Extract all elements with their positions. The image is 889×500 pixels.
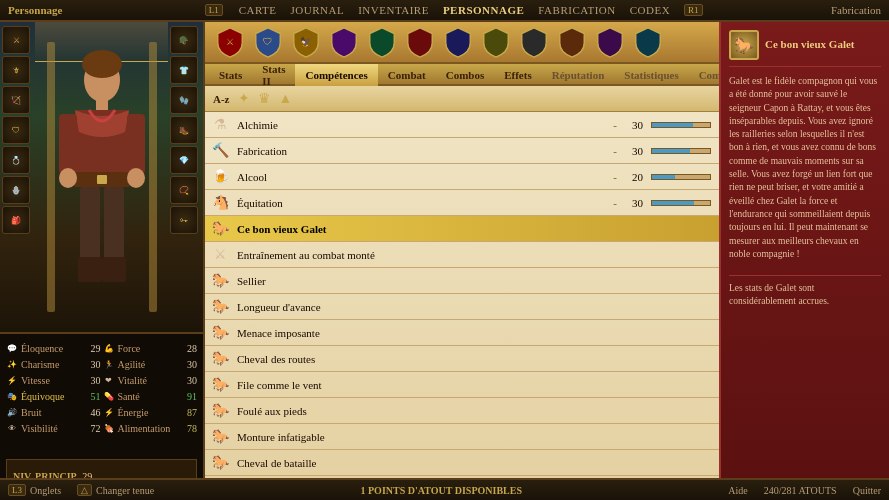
item-slot[interactable]: 👕 [170, 56, 198, 84]
item-slot[interactable]: 🗝 [170, 206, 198, 234]
skill-dash-0: - [613, 119, 617, 131]
tab-combos[interactable]: Combos [436, 64, 495, 86]
detail-icon: 🐎 [729, 30, 759, 60]
stat-bruit-value: 46 [81, 407, 101, 418]
shield-item-5[interactable] [365, 25, 399, 59]
shield-item-12[interactable] [631, 25, 665, 59]
tab-stats[interactable]: Stats [209, 64, 252, 86]
filter-icon-arrow[interactable]: ▲ [279, 91, 293, 107]
skill-row-1[interactable]: 🔨Fabrication-30 [205, 138, 719, 164]
shield-item-3[interactable]: 🦅 [289, 25, 323, 59]
svg-rect-9 [78, 257, 102, 282]
tab-combat[interactable]: Combat [378, 64, 436, 86]
stat-vitesse-label: Vitesse [21, 375, 78, 386]
shield-item-7[interactable] [441, 25, 475, 59]
skill-icon-13: 🐎 [209, 452, 231, 474]
stat-charisme-label: Charisme [21, 359, 78, 370]
svg-rect-8 [104, 187, 124, 267]
nav-item-journal[interactable]: JOURNAL [291, 4, 345, 16]
stat-equivoque-icon: 🎭 [6, 390, 18, 402]
shield-item-2[interactable]: 🛡 [251, 25, 285, 59]
item-slot[interactable]: 📿 [170, 176, 198, 204]
bottom-btn-tenue[interactable]: △ Changer tenue [77, 484, 154, 496]
skill-row-9[interactable]: 🐎Cheval des routes [205, 346, 719, 372]
shield-item-4[interactable] [327, 25, 361, 59]
item-slot[interactable]: 🥾 [170, 116, 198, 144]
tab-stats-2[interactable]: Stats II [252, 64, 295, 86]
stat-bruit: 🔊 Bruit 46 [6, 404, 101, 420]
stat-agilite-icon: 🏃 [103, 358, 115, 370]
shield-item-6[interactable] [403, 25, 437, 59]
skill-row-11[interactable]: 🐎Foulé aux pieds [205, 398, 719, 424]
skill-name-12: Monture infatigable [237, 431, 711, 443]
detail-header: 🐎 Ce bon vieux Galet [729, 30, 881, 67]
nav-item-personnage[interactable]: PERSONNAGE [443, 4, 524, 16]
skill-row-7[interactable]: 🐎Longueur d'avance [205, 294, 719, 320]
svg-text:⚔: ⚔ [226, 37, 234, 47]
svg-rect-7 [80, 187, 100, 267]
skill-row-2[interactable]: 🍺Alcool-20 [205, 164, 719, 190]
nav-item-carte[interactable]: CARTE [239, 4, 277, 16]
nav-item-fabrication[interactable]: FABRICATION [538, 4, 615, 16]
skill-icon-11: 🐎 [209, 400, 231, 422]
skill-name-13: Cheval de bataille [237, 457, 711, 469]
skill-row-5[interactable]: ⚔Entraînement au combat monté [205, 242, 719, 268]
filter-icon-crown[interactable]: ♛ [258, 90, 271, 107]
skill-name-10: File comme le vent [237, 379, 711, 391]
tab-effets[interactable]: Effets [494, 64, 542, 86]
tab-competences[interactable]: Compétences [295, 64, 377, 86]
filter-icon-star[interactable]: ✦ [238, 90, 250, 107]
skill-icon-9: 🐎 [209, 348, 231, 370]
skill-bar-1 [652, 149, 690, 153]
tab-statistiques[interactable]: Statistiques [614, 64, 688, 86]
skill-bar-container-1 [651, 148, 711, 154]
skill-name-8: Menace imposante [237, 327, 711, 339]
skill-name-3: Équitation [237, 197, 613, 209]
skill-row-8[interactable]: 🐎Menace imposante [205, 320, 719, 346]
nav-right-label: Fabrication [831, 4, 881, 16]
bottom-btn-quitter[interactable]: Quitter [853, 485, 881, 496]
skills-list: ⚗Alchimie-30🔨Fabrication-30🍺Alcool-20🐴Éq… [205, 112, 719, 500]
skill-row-10[interactable]: 🐎File comme le vent [205, 372, 719, 398]
sub-navigation: Stats Stats II Compétences Combat Combos… [205, 64, 719, 86]
skill-row-6[interactable]: 🐎Sellier [205, 268, 719, 294]
item-slot[interactable]: 💎 [170, 146, 198, 174]
svg-rect-10 [102, 257, 126, 282]
item-slot[interactable]: 🪖 [170, 26, 198, 54]
stat-force-label: Force [118, 343, 175, 354]
stat-energie-icon: ⚡ [103, 406, 115, 418]
stat-bruit-label: Bruit [21, 407, 78, 418]
item-slot[interactable]: 🧤 [170, 86, 198, 114]
shield-item-9[interactable] [517, 25, 551, 59]
skill-row-4[interactable]: 🐎Ce bon vieux Galet [205, 216, 719, 242]
svg-text:🦅: 🦅 [300, 36, 312, 48]
stat-sante: 💊 Santé 91 [103, 388, 198, 404]
skill-row-13[interactable]: 🐎Cheval de bataille [205, 450, 719, 476]
nav-item-inventaire[interactable]: INVENTAIRE [358, 4, 429, 16]
skill-row-0[interactable]: ⚗Alchimie-30 [205, 112, 719, 138]
label-quitter: Quitter [853, 485, 881, 496]
skill-row-12[interactable]: 🐎Monture infatigable [205, 424, 719, 450]
kbd-right: R1 [684, 4, 703, 16]
shield-item-8[interactable] [479, 25, 513, 59]
stat-energie-value: 87 [177, 407, 197, 418]
total-atouts: 240/281 ATOUTS [764, 485, 837, 496]
character-silhouette [47, 42, 157, 312]
kbd-left: L1 [205, 4, 223, 16]
detail-bonus: Les stats de Galet sont considérablement… [729, 275, 881, 309]
stat-agilite: 🏃 Agilité 30 [103, 356, 198, 372]
stat-equivoque: 🎭 Équivoque 51 [6, 388, 101, 404]
nav-item-codex[interactable]: CODEX [630, 4, 670, 16]
skill-row-3[interactable]: 🐴Équitation-30 [205, 190, 719, 216]
bottom-btn-onglets[interactable]: L3 Onglets [8, 484, 61, 496]
shield-item-10[interactable] [555, 25, 589, 59]
tab-reputation[interactable]: Réputation [542, 64, 615, 86]
bottom-btn-aide[interactable]: Aide [728, 485, 747, 496]
character-panel: ⚔ 🗡 🏹 🛡 💍 🪬 🎒 [0, 22, 205, 500]
shield-item-11[interactable] [593, 25, 627, 59]
svg-point-13 [59, 168, 77, 188]
skill-icon-5: ⚔ [209, 244, 231, 266]
shield-item-1[interactable]: ⚔ [213, 25, 247, 59]
tab-compagnons[interactable]: Compagnons [689, 64, 719, 86]
stat-vitalite-label: Vitalité [118, 375, 175, 386]
